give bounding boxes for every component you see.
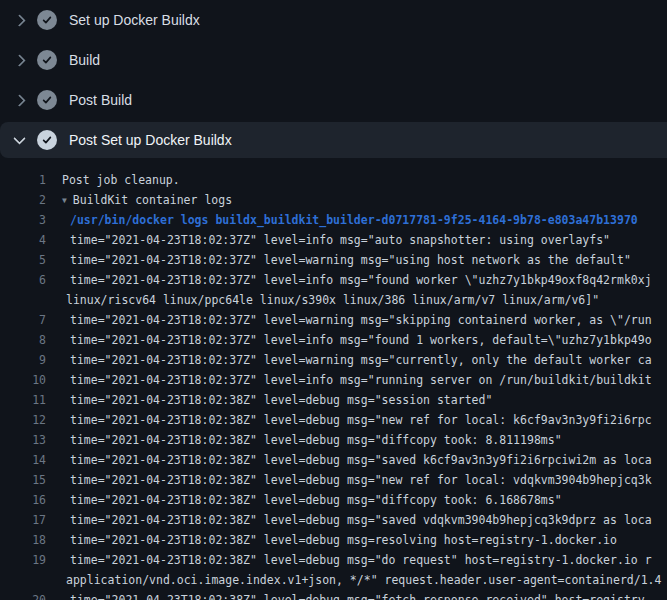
log-line: linux/riscv64 linux/ppc64le linux/s390x … bbox=[0, 290, 667, 310]
log-area: 1 Post job cleanup. 2 ▼BuildKit containe… bbox=[0, 158, 667, 600]
log-line-content: /usr/bin/docker logs buildx_buildkit_bui… bbox=[70, 213, 638, 227]
log-line: 17 time="2021-04-23T18:02:38Z" level=deb… bbox=[0, 510, 667, 530]
log-line-number[interactable]: 15 bbox=[0, 470, 46, 490]
log-line: 20 time="2021-04-23T18:02:38Z" level=deb… bbox=[0, 590, 667, 600]
log-line-text: time="2021-04-23T18:02:38Z" level=debug … bbox=[62, 410, 652, 430]
log-line: 10 time="2021-04-23T18:02:37Z" level=inf… bbox=[0, 370, 667, 390]
log-line-text: time="2021-04-23T18:02:37Z" level=warnin… bbox=[62, 250, 631, 270]
actions-log-viewer: Set up Docker Buildx Build Post Build Po… bbox=[0, 0, 667, 600]
log-line: 9 time="2021-04-23T18:02:37Z" level=warn… bbox=[0, 350, 667, 370]
log-line-text: time="2021-04-23T18:02:37Z" level=info m… bbox=[62, 370, 652, 390]
chevron-icon bbox=[13, 132, 26, 145]
log-line-number[interactable]: 16 bbox=[0, 490, 46, 510]
log-line-content: Post job cleanup. bbox=[62, 173, 180, 187]
log-line-content: time="2021-04-23T18:02:38Z" level=debug … bbox=[70, 453, 652, 467]
log-line: 1 Post job cleanup. bbox=[0, 170, 667, 190]
log-line-content: time="2021-04-23T18:02:37Z" level=warnin… bbox=[70, 353, 652, 367]
step-label: Set up Docker Buildx bbox=[69, 12, 200, 28]
step-label: Post Set up Docker Buildx bbox=[69, 132, 232, 148]
log-line-number[interactable]: 1 bbox=[0, 170, 46, 190]
log-line-number[interactable]: 19 bbox=[0, 550, 46, 570]
log-line-content: time="2021-04-23T18:02:38Z" level=debug … bbox=[70, 473, 652, 487]
log-line-text: Post job cleanup. bbox=[62, 170, 180, 190]
log-line-text: time="2021-04-23T18:02:38Z" level=debug … bbox=[62, 470, 652, 490]
log-line-number[interactable]: 18 bbox=[0, 530, 46, 550]
log-line: 5 time="2021-04-23T18:02:37Z" level=warn… bbox=[0, 250, 667, 270]
log-line-content: time="2021-04-23T18:02:38Z" level=debug … bbox=[70, 393, 492, 407]
log-line-text: time="2021-04-23T18:02:38Z" level=debug … bbox=[62, 450, 652, 470]
log-line-text: time="2021-04-23T18:02:38Z" level=debug … bbox=[62, 550, 652, 570]
log-line-text: time="2021-04-23T18:02:38Z" level=debug … bbox=[62, 490, 562, 510]
log-line-text: linux/riscv64 linux/ppc64le linux/s390x … bbox=[62, 290, 599, 310]
log-line-number[interactable]: 12 bbox=[0, 410, 46, 430]
log-line-text: time="2021-04-23T18:02:37Z" level=info m… bbox=[62, 270, 652, 290]
log-line-text: ▼BuildKit container logs bbox=[62, 190, 232, 210]
log-line-text: application/vnd.oci.image.index.v1+json,… bbox=[62, 570, 661, 590]
log-line: 2 ▼BuildKit container logs bbox=[0, 190, 667, 210]
log-line: 14 time="2021-04-23T18:02:38Z" level=deb… bbox=[0, 450, 667, 470]
log-line-content: linux/riscv64 linux/ppc64le linux/s390x … bbox=[66, 293, 599, 307]
log-line: 16 time="2021-04-23T18:02:38Z" level=deb… bbox=[0, 490, 667, 510]
log-line-text: time="2021-04-23T18:02:37Z" level=warnin… bbox=[62, 310, 652, 330]
check-circle-icon bbox=[37, 10, 57, 30]
log-line-number[interactable]: 3 bbox=[0, 210, 46, 230]
log-line-number[interactable]: 20 bbox=[0, 590, 46, 600]
chevron-icon bbox=[13, 14, 26, 27]
step-label: Build bbox=[69, 52, 100, 68]
log-line: 3 /usr/bin/docker logs buildx_buildkit_b… bbox=[0, 210, 667, 230]
log-line-content: time="2021-04-23T18:02:38Z" level=debug … bbox=[70, 553, 652, 567]
group-toggle-icon[interactable]: ▼ bbox=[62, 191, 67, 211]
log-line: 13 time="2021-04-23T18:02:38Z" level=deb… bbox=[0, 430, 667, 450]
log-line: 8 time="2021-04-23T18:02:37Z" level=info… bbox=[0, 330, 667, 350]
log-line-number[interactable]: 7 bbox=[0, 310, 46, 330]
step-row-post-set-up-docker-buildx[interactable]: Post Set up Docker Buildx bbox=[0, 122, 667, 158]
log-line-content: time="2021-04-23T18:02:37Z" level=warnin… bbox=[70, 313, 652, 327]
log-line-number[interactable]: 6 bbox=[0, 270, 46, 290]
check-circle-icon bbox=[37, 50, 57, 70]
log-line-number[interactable]: 13 bbox=[0, 430, 46, 450]
log-line: 18 time="2021-04-23T18:02:38Z" level=deb… bbox=[0, 530, 667, 550]
log-line-number[interactable]: 17 bbox=[0, 510, 46, 530]
log-line-content: time="2021-04-23T18:02:38Z" level=debug … bbox=[70, 433, 562, 447]
log-line: 19 time="2021-04-23T18:02:38Z" level=deb… bbox=[0, 550, 667, 570]
log-line-number[interactable]: 2 bbox=[0, 190, 46, 210]
log-line: application/vnd.oci.image.index.v1+json,… bbox=[0, 570, 667, 590]
log-line-text: time="2021-04-23T18:02:38Z" level=debug … bbox=[62, 430, 562, 450]
log-line-content: BuildKit container logs bbox=[73, 193, 232, 207]
log-line-content: application/vnd.oci.image.index.v1+json,… bbox=[66, 573, 661, 587]
log-line-content: time="2021-04-23T18:02:38Z" level=debug … bbox=[70, 493, 562, 507]
log-line: 6 time="2021-04-23T18:02:37Z" level=info… bbox=[0, 270, 667, 290]
log-line-text: time="2021-04-23T18:02:38Z" level=debug … bbox=[62, 390, 492, 410]
log-line-number[interactable]: 10 bbox=[0, 370, 46, 390]
log-line-content: time="2021-04-23T18:02:37Z" level=info m… bbox=[70, 373, 652, 387]
log-line-text: time="2021-04-23T18:02:38Z" level=debug … bbox=[62, 530, 617, 550]
check-circle-icon bbox=[37, 90, 57, 110]
step-row-post-build[interactable]: Post Build bbox=[0, 80, 667, 120]
log-line-number[interactable]: 5 bbox=[0, 250, 46, 270]
step-row-build[interactable]: Build bbox=[0, 40, 667, 80]
log-line-text: time="2021-04-23T18:02:37Z" level=warnin… bbox=[62, 350, 652, 370]
log-line-number[interactable]: 4 bbox=[0, 230, 46, 250]
log-line-content: time="2021-04-23T18:02:37Z" level=info m… bbox=[70, 273, 652, 287]
log-line: 15 time="2021-04-23T18:02:38Z" level=deb… bbox=[0, 470, 667, 490]
chevron-icon bbox=[13, 94, 26, 107]
step-row-set-up-docker-buildx[interactable]: Set up Docker Buildx bbox=[0, 0, 667, 40]
log-line-number bbox=[0, 290, 46, 310]
log-line-text: time="2021-04-23T18:02:37Z" level=info m… bbox=[62, 230, 610, 250]
log-line-content: time="2021-04-23T18:02:37Z" level=info m… bbox=[70, 233, 610, 247]
log-line-number[interactable]: 8 bbox=[0, 330, 46, 350]
log-line-content: time="2021-04-23T18:02:38Z" level=debug … bbox=[70, 413, 652, 427]
log-line: 4 time="2021-04-23T18:02:37Z" level=info… bbox=[0, 230, 667, 250]
log-line: 7 time="2021-04-23T18:02:37Z" level=warn… bbox=[0, 310, 667, 330]
steps-list: Set up Docker Buildx Build Post Build Po… bbox=[0, 0, 667, 158]
log-line-text: time="2021-04-23T18:02:38Z" level=debug … bbox=[62, 590, 652, 600]
log-line: 11 time="2021-04-23T18:02:38Z" level=deb… bbox=[0, 390, 667, 410]
log-line-content: time="2021-04-23T18:02:37Z" level=warnin… bbox=[70, 253, 631, 267]
log-line-content: time="2021-04-23T18:02:38Z" level=debug … bbox=[70, 593, 652, 600]
log-line-number[interactable]: 14 bbox=[0, 450, 46, 470]
log-line-text: time="2021-04-23T18:02:38Z" level=debug … bbox=[62, 510, 652, 530]
log-line-number[interactable]: 11 bbox=[0, 390, 46, 410]
log-line-text: time="2021-04-23T18:02:37Z" level=info m… bbox=[62, 330, 652, 350]
log-line-number bbox=[0, 570, 46, 590]
log-line-number[interactable]: 9 bbox=[0, 350, 46, 370]
